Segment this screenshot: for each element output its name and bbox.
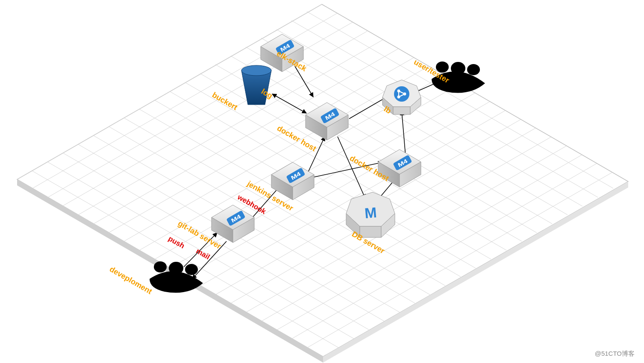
node-db: M (346, 192, 395, 237)
svg-point-67 (467, 64, 480, 75)
svg-point-89 (185, 264, 198, 275)
iso-grid (17, 4, 628, 363)
svg-point-48 (241, 65, 271, 76)
svg-point-87 (154, 261, 167, 272)
diagram-stage: M4 M4 (0, 0, 644, 363)
svg-marker-80 (360, 226, 381, 237)
watermark: @51CTO博客 (595, 350, 635, 358)
db-letter: M (364, 204, 378, 221)
node-users (432, 61, 485, 93)
node-lb (382, 80, 421, 114)
svg-marker-56 (393, 107, 410, 114)
diagram-svg: M4 M4 (0, 0, 644, 363)
svg-point-65 (436, 61, 449, 73)
svg-point-58 (394, 86, 409, 102)
